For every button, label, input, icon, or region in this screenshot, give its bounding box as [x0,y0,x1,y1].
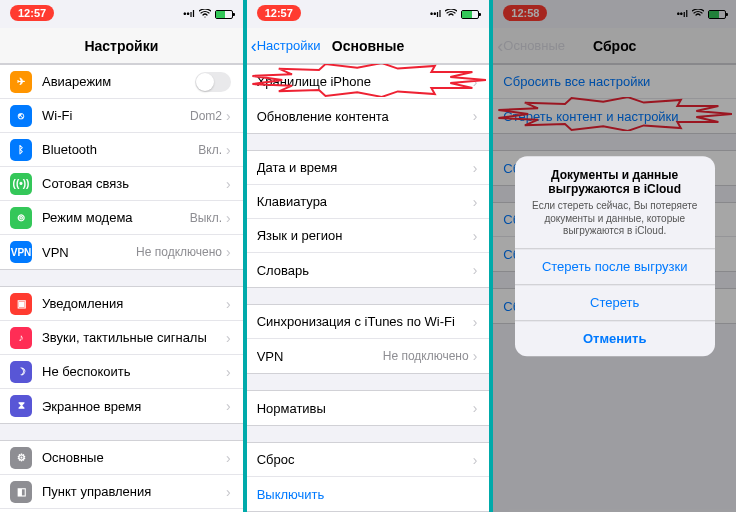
chevron-right-icon: › [226,210,231,226]
row-value: Не подключено [136,245,222,259]
chevron-right-icon: › [226,398,231,414]
list-item[interactable]: ♪Звуки, тактильные сигналы› [0,321,243,355]
list-item[interactable]: ᛒBluetoothВкл.› [0,133,243,167]
row-label: Синхронизация с iTunes по Wi-Fi [257,314,473,329]
list-item[interactable]: Синхронизация с iTunes по Wi-Fi› [247,305,490,339]
list-item[interactable]: Нормативы› [247,391,490,425]
list-item[interactable]: ⧗Экранное время› [0,389,243,423]
list-item[interactable]: ⎋Wi-FiDom2› [0,99,243,133]
cellular-icon: ((•)) [10,173,32,195]
battery-icon [461,10,479,19]
list-item[interactable]: Выключить [247,477,490,511]
row-label: VPN [42,245,136,260]
chevron-right-icon: › [226,330,231,346]
row-label: Словарь [257,263,473,278]
hotspot-icon: ⊚ [10,207,32,229]
chevron-right-icon: › [473,262,478,278]
nav-header: Настройки [0,28,243,64]
list-item[interactable]: ▣Уведомления› [0,287,243,321]
airplane-icon: ✈︎ [10,71,32,93]
row-value: Выкл. [190,211,222,225]
screen-reset: 12:58 ••ıl ‹Основные Сброс Сбросить все … [493,0,736,512]
nav-header: ‹Настройки Основные [247,28,490,64]
row-label: Авиарежим [42,74,195,89]
row-label: Дата и время [257,160,473,175]
screentime-icon: ⧗ [10,395,32,417]
list-item[interactable]: Словарь› [247,253,490,287]
list-item[interactable]: ⚙︎Основные› [0,441,243,475]
row-label: Не беспокоить [42,364,226,379]
chevron-right-icon: › [473,160,478,176]
bluetooth-icon: ᛒ [10,139,32,161]
back-button[interactable]: ‹Настройки [247,37,321,55]
row-value: Dom2 [190,109,222,123]
back-button[interactable]: ‹Основные [493,37,565,55]
status-icons: ••ıl [430,9,479,20]
row-label: Язык и регион [257,228,473,243]
chevron-right-icon: › [226,108,231,124]
erase-button[interactable]: Стереть [515,284,715,320]
list-item[interactable]: ☽Не беспокоить› [0,355,243,389]
list-item[interactable]: ⊚Режим модемаВыкл.› [0,201,243,235]
list-item[interactable]: Сброс› [247,443,490,477]
time-pill: 12:57 [257,5,301,21]
row-label: Сотовая связь [42,176,226,191]
settings-list[interactable]: ✈︎Авиарежим⎋Wi-FiDom2›ᛒBluetoothВкл.›((•… [0,64,243,512]
status-bar: 12:57 ••ıl [247,0,490,28]
wifi-icon: ⎋ [10,105,32,127]
chevron-right-icon: › [226,364,231,380]
dialog-title: Документы и данные выгружаются в iCloud [527,168,703,196]
cancel-button[interactable]: Отменить [515,320,715,356]
chevron-right-icon: › [226,176,231,192]
notifications-icon: ▣ [10,293,32,315]
battery-icon [215,10,233,19]
page-title: Настройки [0,38,243,54]
chevron-right-icon: › [473,74,478,90]
wifi-status-icon [199,9,211,20]
list-item[interactable]: Обновление контента› [247,99,490,133]
screen-settings: 12:57 ••ıl Настройки ✈︎Авиарежим⎋Wi-FiDo… [0,0,243,512]
chevron-right-icon: › [226,142,231,158]
row-label: Wi-Fi [42,108,190,123]
general-icon: ⚙︎ [10,447,32,469]
list-item[interactable]: ((•))Сотовая связь› [0,167,243,201]
chevron-right-icon: › [473,452,478,468]
row-label: Режим модема [42,210,190,225]
signal-icon: ••ıl [430,9,441,19]
list-item[interactable]: Клавиатура› [247,185,490,219]
row-label: Хранилище iPhone [257,74,473,89]
list-item[interactable]: Хранилище iPhone› [247,65,490,99]
vpn-icon: VPN [10,241,32,263]
wifi-status-icon [445,9,457,20]
row-label: Экранное время [42,399,226,414]
signal-icon: ••ıl [183,9,194,19]
list-item[interactable]: VPNНе подключено› [247,339,490,373]
row-label: Выключить [257,487,478,502]
row-label: Пункт управления [42,484,226,499]
list-item[interactable]: Дата и время› [247,151,490,185]
chevron-right-icon: › [226,244,231,260]
status-icons: ••ıl [183,9,232,20]
list-item[interactable]: Язык и регион› [247,219,490,253]
row-label: Звуки, тактильные сигналы [42,330,226,345]
chevron-right-icon: › [226,296,231,312]
row-label: VPN [257,349,383,364]
toggle-switch[interactable] [195,72,231,92]
general-list[interactable]: Хранилище iPhone›Обновление контента› Да… [247,64,490,512]
row-label: Обновление контента [257,109,473,124]
time-pill: 12:57 [10,5,54,21]
row-label: Уведомления [42,296,226,311]
chevron-right-icon: › [473,228,478,244]
erase-after-upload-button[interactable]: Стереть после выгрузки [515,248,715,284]
row-label: Bluetooth [42,142,198,157]
chevron-right-icon: › [473,108,478,124]
list-item[interactable]: VPNVPNНе подключено› [0,235,243,269]
row-label: Сброс [257,452,473,467]
confirm-dialog: Документы и данные выгружаются в iCloud … [515,156,715,356]
controlcenter-icon: ◧ [10,481,32,503]
row-label: Клавиатура [257,194,473,209]
list-item[interactable]: ✈︎Авиарежим [0,65,243,99]
row-label: Основные [42,450,226,465]
list-item[interactable]: ◧Пункт управления› [0,475,243,509]
chevron-right-icon: › [226,450,231,466]
